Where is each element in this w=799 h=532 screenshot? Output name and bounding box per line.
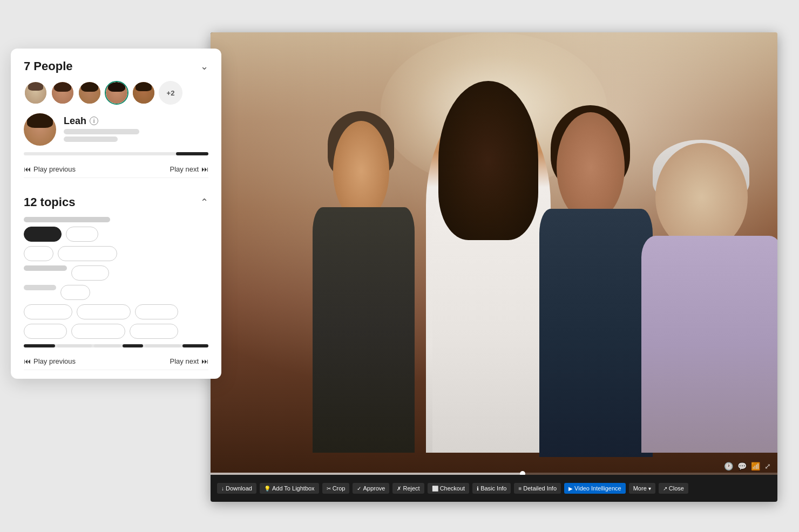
tag-2[interactable] (66, 227, 98, 242)
download-button[interactable]: ↓ Download (217, 483, 256, 494)
basic-info-button[interactable]: ℹ Basic Info (472, 483, 511, 494)
topics-play-prev-icon: ⏮ (24, 357, 31, 365)
people-timeline-bar[interactable] (24, 152, 208, 155)
checkout-button[interactable]: ⬜ Checkout (428, 483, 469, 494)
video-scene (211, 32, 777, 475)
approve-button[interactable]: ✓ Approve (353, 483, 389, 494)
video-top-controls: 🕐 💬 📶 ⤢ (724, 462, 771, 470)
video-intelligence-icon: ▶ (568, 486, 573, 492)
avatar-plus-count[interactable]: +2 (159, 81, 182, 105)
tag-1[interactable] (24, 227, 62, 242)
basic-info-icon: ℹ (477, 486, 479, 492)
play-next-icon: ⏭ (201, 165, 208, 173)
play-next-button[interactable]: Play next ⏭ (170, 165, 208, 173)
download-icon: ↓ (221, 486, 224, 492)
lightbox-icon: 💡 (264, 486, 270, 492)
topic-label-placeholder (24, 217, 110, 222)
tags-row-5 (24, 304, 208, 319)
tags-row-6 (24, 324, 208, 339)
tl-seg-4 (123, 344, 144, 347)
reject-button[interactable]: ✗ Reject (392, 483, 424, 494)
selected-person-row: Leah i (24, 113, 208, 146)
video-intelligence-button[interactable]: ▶ Video Intelligence (564, 483, 626, 494)
topics-play-next-button[interactable]: Play next ⏭ (170, 357, 208, 365)
tags-row-3 (24, 265, 208, 281)
people-timeline-fill (176, 152, 208, 155)
clock-icon[interactable]: 🕐 (724, 462, 733, 470)
selected-person-avatar[interactable] (24, 113, 56, 146)
topics-tags-container (24, 217, 208, 339)
tl-seg-6 (182, 344, 208, 347)
crop-button[interactable]: ✂ Crop (322, 483, 350, 494)
sidebar-panel: 7 People ⌄ (11, 49, 221, 379)
more-button[interactable]: More ▾ (629, 483, 655, 494)
person-name: Leah i (64, 115, 208, 127)
signal-icon[interactable]: 📶 (751, 462, 760, 470)
tl-seg-3 (94, 344, 120, 347)
reject-icon: ✗ (397, 486, 401, 492)
detailed-info-button[interactable]: ≡ Detailed Info (514, 483, 561, 494)
tag-8[interactable] (77, 304, 131, 319)
person-left (313, 121, 415, 453)
speech-bubble-icon[interactable]: 💬 (737, 462, 747, 470)
tag-11[interactable] (71, 324, 125, 339)
video-toolbar: ↓ Download 💡 Add To Lightbox ✂ Crop ✓ Ap… (211, 475, 777, 502)
tags-row-2 (24, 246, 208, 261)
people-chevron-icon[interactable]: ⌄ (200, 60, 208, 72)
topics-play-next-icon: ⏭ (201, 357, 208, 365)
topics-playback-controls: ⏮ Play previous Play next ⏭ (24, 355, 208, 370)
video-frame (211, 32, 777, 475)
more-chevron-icon: ▾ (648, 486, 651, 492)
avatar-1[interactable] (24, 81, 48, 105)
topics-title: 12 topics (24, 195, 75, 209)
person-info-icon[interactable]: i (90, 117, 98, 125)
checkout-icon: ⬜ (432, 486, 438, 492)
close-button[interactable]: ↗ Close (659, 483, 688, 494)
avatar-3[interactable] (78, 81, 101, 105)
people-playback-controls: ⏮ Play previous Play next ⏭ (24, 163, 208, 178)
tl-seg-2 (57, 344, 92, 347)
person-detail-1 (64, 129, 139, 134)
people-section: 7 People ⌄ (11, 49, 221, 187)
video-player: ↓ Download 💡 Add To Lightbox ✂ Crop ✓ Ap… (211, 32, 777, 502)
avatar-2[interactable] (51, 81, 75, 105)
avatar-5[interactable] (132, 81, 155, 105)
tag-9[interactable] (135, 304, 178, 319)
tag-6[interactable] (60, 285, 90, 300)
tl-seg-5 (145, 344, 180, 347)
tag-label-3 (24, 265, 67, 271)
play-previous-button[interactable]: ⏮ Play previous (24, 165, 76, 173)
detailed-info-icon: ≡ (518, 486, 522, 492)
tag-4[interactable] (58, 246, 117, 261)
approve-icon: ✓ (357, 486, 361, 492)
person-far-right (641, 143, 777, 453)
tag-5[interactable] (71, 265, 109, 281)
topics-timeline-bar[interactable] (24, 344, 208, 347)
people-section-header: 7 People ⌄ (24, 59, 208, 73)
tl-seg-1 (24, 344, 55, 347)
play-prev-icon: ⏮ (24, 165, 31, 173)
tag-label-4 (24, 285, 56, 290)
tag-3[interactable] (24, 246, 53, 261)
tag-7[interactable] (24, 304, 72, 319)
person-detail-2 (64, 137, 118, 142)
tags-row-4 (24, 285, 208, 300)
expand-icon[interactable]: ⤢ (764, 462, 771, 470)
avatars-row: +2 (24, 81, 208, 105)
avatar-4-selected[interactable] (105, 81, 128, 105)
close-icon: ↗ (663, 486, 667, 492)
person-name-area: Leah i (64, 115, 208, 144)
crop-icon: ✂ (327, 486, 331, 492)
topics-chevron-icon[interactable]: ⌃ (200, 196, 208, 208)
person-main (426, 99, 551, 453)
person-right (539, 112, 653, 458)
tag-12[interactable] (130, 324, 178, 339)
topics-play-previous-button[interactable]: ⏮ Play previous (24, 357, 76, 365)
add-to-lightbox-button[interactable]: 💡 Add To Lightbox (260, 483, 319, 494)
topics-section-header: 12 topics ⌃ (24, 195, 208, 209)
tag-10[interactable] (24, 324, 67, 339)
tags-row-1 (24, 227, 208, 242)
people-title: 7 People (24, 59, 72, 73)
topics-section: 12 topics ⌃ (11, 187, 221, 379)
